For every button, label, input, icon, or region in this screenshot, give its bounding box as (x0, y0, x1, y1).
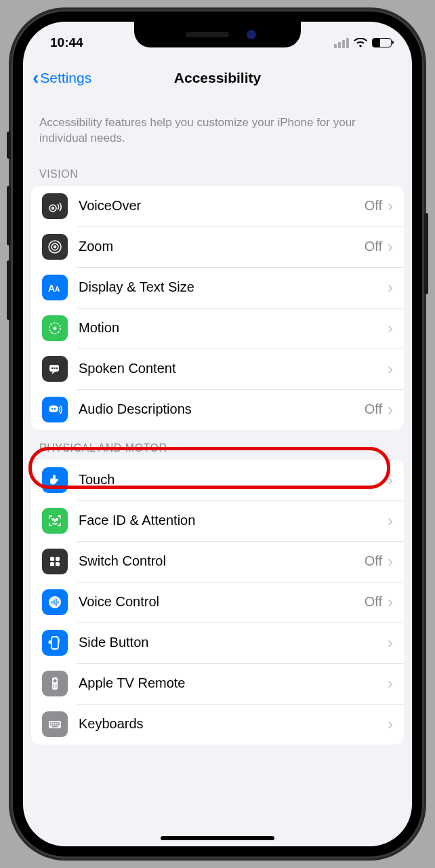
svg-point-16 (52, 519, 54, 520)
row-status: Off (365, 553, 382, 569)
svg-point-12 (56, 368, 58, 370)
svg-text:A: A (48, 283, 55, 294)
svg-rect-43 (56, 724, 58, 726)
chevron-right-icon: › (388, 633, 393, 652)
svg-point-1 (52, 207, 54, 209)
row-voiceover[interactable]: VoiceOver Off › (31, 186, 404, 226)
battery-icon (372, 38, 392, 47)
svg-point-32 (53, 686, 54, 688)
svg-point-10 (51, 368, 54, 370)
svg-point-15 (54, 408, 56, 410)
apple-tv-remote-icon (42, 671, 68, 696)
svg-text:A: A (55, 285, 60, 293)
svg-rect-18 (50, 557, 54, 561)
touch-icon (42, 467, 68, 493)
chevron-left-icon: ‹ (33, 68, 39, 87)
content[interactable]: Accessibility features help you customiz… (23, 98, 412, 846)
row-label: Display & Text Size (79, 279, 388, 295)
svg-rect-13 (49, 406, 58, 412)
svg-rect-36 (52, 722, 54, 724)
row-label: VoiceOver (79, 198, 365, 214)
row-status: Off (365, 198, 382, 214)
svg-rect-41 (52, 724, 54, 726)
row-label: Switch Control (79, 553, 365, 569)
svg-point-31 (56, 684, 57, 686)
row-switch-control[interactable]: Switch Control Off › (31, 541, 404, 582)
chevron-right-icon: › (388, 400, 393, 419)
row-label: Spoken Content (79, 361, 388, 376)
mute-switch (7, 132, 11, 159)
chevron-right-icon: › (388, 278, 393, 297)
svg-rect-21 (56, 562, 60, 566)
svg-rect-20 (50, 562, 54, 566)
chevron-right-icon: › (388, 359, 393, 378)
row-label: Audio Descriptions (79, 401, 365, 417)
spoken-content-icon (42, 356, 68, 382)
row-label: Touch (79, 472, 388, 488)
phone-frame: 10:44 ‹ Settings Accessibility Accessibi… (11, 9, 424, 859)
voiceover-icon (42, 193, 68, 219)
svg-rect-27 (51, 637, 58, 649)
row-status: Off (365, 401, 382, 417)
row-label: Side Button (79, 635, 388, 650)
row-label: Zoom (79, 239, 365, 254)
row-label: Voice Control (79, 594, 365, 610)
svg-point-30 (53, 684, 54, 686)
svg-rect-35 (50, 722, 51, 724)
row-audio-descriptions[interactable]: Audio Descriptions Off › (31, 389, 404, 430)
cellular-icon (334, 38, 349, 48)
chevron-right-icon: › (388, 593, 393, 612)
svg-rect-40 (50, 724, 51, 726)
svg-point-4 (54, 245, 56, 248)
svg-point-8 (54, 326, 57, 330)
row-spoken-content[interactable]: Spoken Content › (31, 349, 404, 389)
row-keyboards[interactable]: Keyboards › (31, 704, 404, 745)
side-button-icon (42, 630, 68, 656)
row-label: Motion (79, 320, 388, 336)
svg-rect-39 (58, 722, 60, 724)
power-button (424, 213, 428, 294)
row-touch[interactable]: Touch › (31, 460, 404, 500)
voice-control-icon (42, 589, 68, 615)
row-motion[interactable]: Motion › (31, 308, 404, 349)
zoom-icon (42, 234, 68, 260)
svg-rect-42 (54, 724, 56, 726)
home-indicator[interactable] (161, 836, 274, 840)
row-status: Off (365, 239, 382, 254)
row-label: Apple TV Remote (79, 675, 388, 691)
back-label: Settings (40, 70, 91, 86)
screen: 10:44 ‹ Settings Accessibility Accessibi… (23, 22, 412, 846)
svg-point-22 (49, 596, 61, 608)
svg-rect-23 (51, 601, 53, 604)
row-voice-control[interactable]: Voice Control Off › (31, 582, 404, 623)
svg-point-11 (54, 368, 56, 370)
row-status: Off (365, 594, 382, 610)
motion-icon (42, 315, 68, 341)
row-label: Face ID & Attention (79, 513, 388, 528)
section-header-vision: VISION (23, 156, 412, 186)
row-apple-tv[interactable]: Apple TV Remote › (31, 663, 404, 704)
chevron-right-icon: › (388, 319, 393, 338)
page-description: Accessibility features help you customiz… (23, 98, 412, 156)
back-button[interactable]: ‹ Settings (33, 68, 91, 87)
chevron-right-icon: › (388, 511, 393, 530)
svg-point-17 (56, 519, 58, 520)
section-header-motor: PHYSICAL AND MOTOR (23, 430, 412, 460)
row-display-text[interactable]: AA Display & Text Size › (31, 267, 404, 308)
row-side-button[interactable]: Side Button › (31, 623, 404, 663)
chevron-right-icon: › (388, 237, 393, 256)
row-zoom[interactable]: Zoom Off › (31, 226, 404, 267)
volume-up-button (7, 186, 11, 245)
svg-rect-26 (58, 601, 59, 604)
status-time: 10:44 (50, 35, 83, 50)
switch-control-icon (42, 549, 68, 574)
chevron-right-icon: › (388, 674, 393, 693)
svg-point-33 (56, 686, 57, 688)
svg-point-14 (51, 408, 53, 410)
svg-rect-25 (56, 598, 57, 606)
row-faceid[interactable]: Face ID & Attention › (31, 500, 404, 541)
chevron-right-icon: › (388, 552, 393, 571)
chevron-right-icon: › (388, 471, 393, 490)
svg-rect-44 (58, 724, 60, 726)
notch (134, 22, 301, 47)
